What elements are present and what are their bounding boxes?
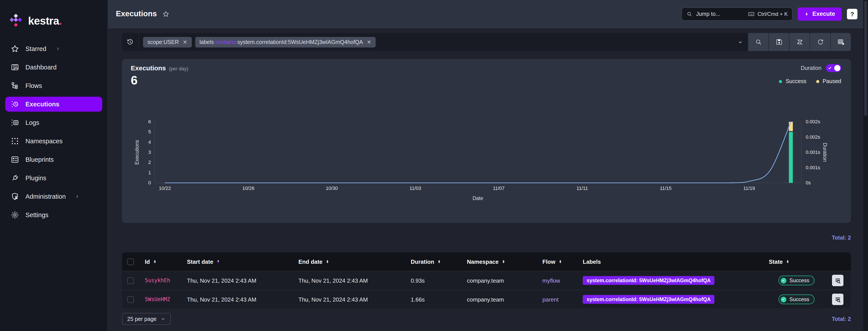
chart-title: Executions: [131, 64, 166, 72]
sidebar-item-blueprints[interactable]: Blueprints: [5, 152, 102, 167]
table-settings-button[interactable]: [830, 33, 851, 51]
overview-icon: [835, 277, 841, 283]
cell-duration: 0.93s: [405, 277, 461, 284]
sidebar-item-administration[interactable]: Administration: [5, 189, 102, 204]
sidebar-item-label: Dashboard: [26, 64, 57, 71]
chevron-right-icon: [74, 194, 80, 199]
sort-arrows-icon[interactable]: ▲▼: [559, 260, 562, 263]
y2-axis-tick: 0.002s: [806, 134, 820, 140]
sidebar-item-dashboard[interactable]: Dashboard: [5, 60, 102, 75]
sort-arrows-icon[interactable]: ▲▼: [153, 260, 156, 263]
per-page-select[interactable]: 25 per page: [122, 313, 170, 325]
select-all-checkbox[interactable]: [127, 258, 134, 265]
flows-icon: [10, 81, 19, 90]
flow-link[interactable]: myflow: [542, 277, 560, 284]
tableCog-icon: [837, 38, 844, 46]
favorite-star-icon[interactable]: [163, 10, 169, 17]
filter-input[interactable]: scope:USER ✕ labels:contains:system.corr…: [122, 33, 748, 51]
y2-axis-tick: 0.001s: [806, 149, 820, 155]
chevron-right-icon: [55, 46, 60, 51]
chart-bar-paused[interactable]: [789, 122, 793, 131]
sidebar-item-settings[interactable]: Settings: [5, 208, 102, 222]
refresh-icon: [816, 38, 824, 46]
namespaces-icon: [10, 137, 19, 145]
column-header-labels[interactable]: Labels: [577, 258, 763, 265]
chart-duration-line[interactable]: [165, 122, 791, 183]
chevron-down-icon: [737, 38, 744, 46]
executions-icon: [10, 100, 19, 109]
table-row[interactable]: 5WsUeHMZThu, Nov 21, 2024 2:43 AMThu, No…: [122, 290, 851, 309]
sidebar-item-namespaces[interactable]: Namespaces: [5, 134, 102, 148]
column-header-state[interactable]: State▲▼: [763, 258, 824, 265]
duration-toggle[interactable]: [826, 64, 841, 72]
filter-dropdown-chevron[interactable]: [733, 38, 748, 46]
column-header-id[interactable]: Id▲▼: [139, 258, 181, 265]
executions-table: Id▲▼Start date▲▼End date▲▼Duration▲▼Name…: [122, 252, 851, 309]
label-chip[interactable]: system.correlationId: 5WsUeHMZj3wIAGmQ4h…: [583, 295, 715, 304]
row-overview-button[interactable]: [832, 275, 843, 286]
y-axis-label: Executions: [134, 140, 140, 165]
flow-link[interactable]: parent: [542, 296, 559, 303]
close-icon[interactable]: ✕: [183, 39, 187, 45]
table-header-row: Id▲▼Start date▲▼End date▲▼Duration▲▼Name…: [122, 252, 851, 271]
sort-arrows-icon[interactable]: ▲▼: [326, 260, 329, 263]
refresh-button[interactable]: [810, 33, 830, 51]
column-header-end-date[interactable]: End date▲▼: [292, 258, 405, 265]
sidebar-item-starred[interactable]: Starred: [5, 41, 102, 56]
check-icon: [828, 65, 833, 70]
label-chip[interactable]: system.correlationId: 5WsUeHMZj3wIAGmQ4h…: [583, 276, 715, 285]
table-total-bottom[interactable]: Total: 2: [832, 316, 851, 322]
table-row[interactable]: 5usykhEhThu, Nov 21, 2024 2:43 AMThu, No…: [122, 271, 851, 290]
legend-item-paused[interactable]: Paused: [816, 78, 841, 84]
column-header-start-date[interactable]: Start date▲▼: [181, 258, 292, 265]
column-label: Flow: [542, 258, 555, 265]
column-label: Namespace: [467, 258, 499, 265]
row-overview-button[interactable]: [832, 294, 843, 305]
chip-text: labels:contains:system.correlationId:5Ws…: [199, 39, 363, 45]
x-axis-label: Date: [473, 195, 484, 201]
search-button[interactable]: [748, 33, 768, 51]
column-header-flow[interactable]: Flow▲▼: [536, 258, 577, 265]
filter-chip-scope[interactable]: scope:USER ✕: [143, 37, 191, 47]
row-checkbox[interactable]: [127, 277, 134, 284]
execute-button[interactable]: Execute: [798, 7, 842, 21]
execution-id-link[interactable]: 5usykhEh: [145, 277, 170, 283]
cell-start-date: Thu, Nov 21, 2024 2:43 AM: [181, 277, 292, 284]
x-axis-tick: 11/19: [743, 186, 755, 191]
flows-icon: [10, 81, 19, 90]
magnify-icon: [754, 38, 762, 46]
column-header-duration[interactable]: Duration▲▼: [405, 258, 461, 265]
cell-actions: [824, 275, 851, 286]
legend-label: Success: [786, 78, 807, 84]
duration-toggle-label: Duration: [801, 65, 822, 71]
filter-history-button[interactable]: [122, 33, 139, 51]
column-header-namespace[interactable]: Namespace▲▼: [461, 258, 536, 265]
chart-bar-success[interactable]: [789, 132, 793, 183]
sort-arrows-icon[interactable]: ▲▼: [217, 260, 220, 263]
auto-refresh-off-button[interactable]: [789, 33, 810, 51]
cell-id: 5usykhEh: [139, 277, 181, 283]
close-icon[interactable]: ✕: [367, 39, 371, 45]
sidebar-item-plugins[interactable]: Plugins: [5, 170, 102, 186]
jump-to-placeholder: Jump to...: [696, 11, 720, 17]
sidebar-item-logs[interactable]: Logs: [5, 115, 102, 130]
save-filter-button[interactable]: [768, 33, 789, 51]
y2-axis-tick: 0.002s: [806, 119, 820, 125]
execution-id-link[interactable]: 5WsUeHMZ: [145, 296, 170, 302]
cell-flow: parent: [536, 296, 577, 303]
filter-chip-labels[interactable]: labels:contains:system.correlationId:5Ws…: [195, 37, 376, 47]
legend-item-success[interactable]: Success: [779, 78, 807, 84]
sidebar-item-label: Namespaces: [26, 138, 63, 145]
sort-arrows-icon[interactable]: ▲▼: [786, 260, 789, 263]
scrollbar-thumb[interactable]: [864, 1, 867, 116]
sort-arrows-icon[interactable]: ▲▼: [502, 260, 505, 263]
jump-to-search[interactable]: Jump to... Ctrl/Cmd + K: [682, 7, 793, 21]
page-scrollbar[interactable]: [863, 0, 868, 331]
row-checkbox[interactable]: [127, 296, 134, 303]
sidebar-item-executions[interactable]: Executions: [5, 97, 102, 112]
sidebar-item-flows[interactable]: Flows: [5, 78, 102, 93]
kestra-logo[interactable]: kestra.: [0, 0, 107, 32]
help-button[interactable]: ?: [847, 8, 858, 19]
total-link[interactable]: Total: 2: [832, 235, 851, 241]
sort-arrows-icon[interactable]: ▲▼: [438, 260, 441, 263]
